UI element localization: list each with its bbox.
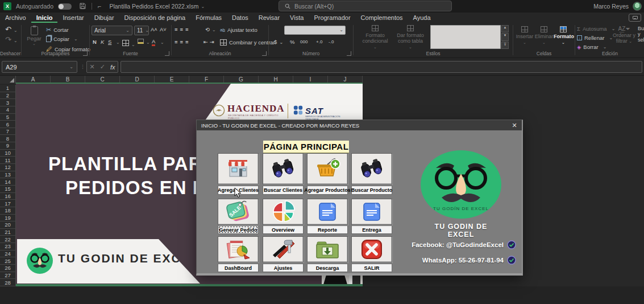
orientation-button[interactable]: ⟲⌄ bbox=[205, 26, 216, 32]
save-icon[interactable] bbox=[80, 3, 86, 10]
grow-font-button[interactable]: A˄ bbox=[151, 26, 157, 32]
wrap-text-button[interactable]: ab̲Ajustar texto bbox=[220, 27, 257, 33]
close-icon[interactable]: ✕ bbox=[510, 121, 518, 129]
row-header-20[interactable]: 20 bbox=[0, 221, 16, 229]
underline-caret[interactable]: ⌄ bbox=[116, 40, 120, 45]
select-all-corner[interactable] bbox=[0, 76, 16, 84]
comments-button[interactable] bbox=[629, 14, 641, 22]
row-header-2[interactable]: 2 bbox=[0, 92, 16, 100]
gallery-up-icon[interactable]: ▲ bbox=[501, 25, 509, 32]
row-header-7[interactable]: 7 bbox=[0, 128, 16, 135]
row-header-24[interactable]: 24 bbox=[0, 250, 16, 258]
vba-button-label[interactable]: Buscar Producto bbox=[351, 186, 392, 195]
insert-function-icon[interactable]: fx bbox=[110, 64, 115, 71]
gallery-more-icon[interactable]: ⊽ bbox=[501, 42, 509, 49]
percent-button[interactable]: % bbox=[290, 39, 294, 45]
tab-revisar[interactable]: Revisar bbox=[254, 13, 285, 23]
row-header-11[interactable]: 11 bbox=[0, 157, 16, 164]
document-icon[interactable] bbox=[351, 199, 392, 225]
vba-button-label[interactable]: Agregar Productos bbox=[307, 186, 348, 195]
format-as-table-button[interactable]: Dar formato como tabla⌄ bbox=[394, 25, 427, 50]
column-header-D[interactable]: D bbox=[120, 76, 155, 83]
vba-button-label[interactable]: Ajustes bbox=[263, 264, 304, 272]
column-header-H[interactable]: H bbox=[259, 76, 293, 83]
cancel-entry-icon[interactable]: ✕ bbox=[90, 63, 95, 71]
row-header-17[interactable]: 17 bbox=[0, 200, 16, 207]
column-header-G[interactable]: G bbox=[224, 76, 259, 83]
vba-button-label[interactable]: DashBoard bbox=[218, 264, 259, 272]
name-box[interactable]: A29⌄ bbox=[2, 61, 77, 73]
column-header-B[interactable]: B bbox=[51, 76, 85, 83]
fill-color-button[interactable]: ⌄ bbox=[138, 39, 150, 45]
fuente-launcher[interactable] bbox=[165, 51, 169, 56]
row-header-1[interactable]: 1 bbox=[0, 85, 16, 92]
column-header-C[interactable]: C bbox=[85, 76, 120, 83]
vba-button-label[interactable]: SALIR bbox=[351, 264, 392, 272]
row-header-14[interactable]: 14 bbox=[0, 178, 16, 186]
dialog-title-bar[interactable]: INICIO - TU GODIN DE EXCEL - CREADO POR … bbox=[197, 120, 522, 130]
tab-disposición-de-página[interactable]: Disposición de página bbox=[119, 13, 191, 23]
redo-quick-icon[interactable]: ⌐ bbox=[98, 3, 101, 10]
indent-buttons[interactable]: ⇤ ⇥ bbox=[203, 39, 214, 45]
vba-button-label[interactable]: Buscar Clientes bbox=[263, 186, 304, 195]
autosave-toggle[interactable] bbox=[58, 3, 72, 10]
column-header-E[interactable]: E bbox=[155, 76, 189, 83]
thousands-button[interactable]: 000 bbox=[300, 39, 308, 44]
alineacion-launcher[interactable] bbox=[262, 51, 267, 56]
delete-cells-button[interactable]: Eliminar⌄ bbox=[534, 26, 554, 45]
tab-fórmulas[interactable]: Fórmulas bbox=[190, 13, 227, 23]
tab-programador[interactable]: Programador bbox=[309, 13, 355, 23]
borders-button[interactable]: ⌄ bbox=[122, 40, 135, 47]
autosum-button[interactable]: ΣAutosuma⌄ bbox=[577, 26, 615, 32]
row-header-12[interactable]: 12 bbox=[0, 164, 16, 171]
search-input[interactable]: Buscar (Alt+Q) bbox=[279, 1, 452, 11]
row-header-16[interactable]: 16 bbox=[0, 193, 16, 200]
binoculars-icon[interactable] bbox=[351, 153, 392, 184]
sale-tag-icon[interactable]: SALE bbox=[218, 199, 259, 225]
horizontal-align-buttons[interactable]: ≡≡≡ bbox=[174, 39, 191, 45]
basket-add-icon[interactable] bbox=[307, 153, 348, 184]
fill-button[interactable]: ↓Rellenar⌄ bbox=[577, 35, 613, 41]
portapapeles-launcher[interactable] bbox=[83, 51, 88, 56]
shrink-font-button[interactable]: A˅ bbox=[160, 26, 167, 32]
increase-decimal-button[interactable]: +.0 bbox=[316, 39, 322, 44]
row-header-3[interactable]: 3 bbox=[0, 99, 16, 106]
currency-button[interactable]: $⌄ bbox=[274, 39, 283, 45]
bold-button[interactable]: N bbox=[93, 39, 97, 45]
tools-icon[interactable] bbox=[263, 236, 304, 262]
format-cells-button[interactable]: Formato⌄ bbox=[554, 26, 573, 45]
document-title[interactable]: Plantilla Pedidos Excel 2022.xlsm bbox=[109, 3, 198, 10]
row-header-26[interactable]: 26 bbox=[0, 265, 16, 272]
sort-filter-button[interactable]: A͟Z⏷ Ordenar yfiltrar ⌄ bbox=[611, 26, 637, 44]
tab-datos[interactable]: Datos bbox=[227, 13, 254, 23]
row-header-18[interactable]: 18 bbox=[0, 207, 16, 215]
font-size-select[interactable]: 11⌄ bbox=[134, 26, 149, 35]
row-header-25[interactable]: 25 bbox=[0, 257, 16, 265]
gallery-scroll[interactable]: ▲ ▼ ⊽ bbox=[501, 25, 509, 49]
row-header-6[interactable]: 6 bbox=[0, 121, 16, 128]
excel-app-icon[interactable]: X bbox=[3, 2, 11, 10]
download-folder-icon[interactable] bbox=[307, 236, 348, 262]
row-header-8[interactable]: 8 bbox=[0, 135, 16, 142]
tab-vista[interactable]: Vista bbox=[285, 13, 309, 23]
number-format-select[interactable]: ⌄ bbox=[284, 26, 346, 35]
copy-button[interactable]: Copiar⌄ bbox=[46, 36, 78, 42]
font-color-button[interactable]: A bbox=[152, 38, 155, 46]
row-header-27[interactable]: 27 bbox=[0, 272, 16, 280]
numero-launcher[interactable] bbox=[347, 51, 351, 56]
paste-button[interactable]: Pegar⌄ bbox=[27, 26, 41, 46]
cut-button[interactable]: ✂Cortar bbox=[46, 26, 69, 34]
binoculars-icon[interactable] bbox=[263, 153, 304, 184]
user-name[interactable]: Marco Reyes bbox=[593, 3, 629, 10]
conditional-format-button[interactable]: Formato condicional⌄ bbox=[360, 25, 390, 50]
row-header-22[interactable]: 22 bbox=[0, 236, 16, 243]
row-header-23[interactable]: 23 bbox=[0, 243, 16, 250]
clear-button[interactable]: ◈Borrar⌄ bbox=[577, 44, 606, 50]
vba-button-label[interactable]: Generar Pedido bbox=[218, 225, 259, 234]
avatar[interactable] bbox=[633, 2, 642, 11]
formula-input[interactable] bbox=[121, 61, 642, 73]
tab-inicio[interactable]: Inicio bbox=[31, 13, 58, 23]
row-header-28[interactable]: 28 bbox=[0, 279, 16, 286]
tab-insertar[interactable]: Insertar bbox=[57, 13, 89, 23]
undo-icon[interactable]: ↶⌄ bbox=[5, 25, 18, 34]
